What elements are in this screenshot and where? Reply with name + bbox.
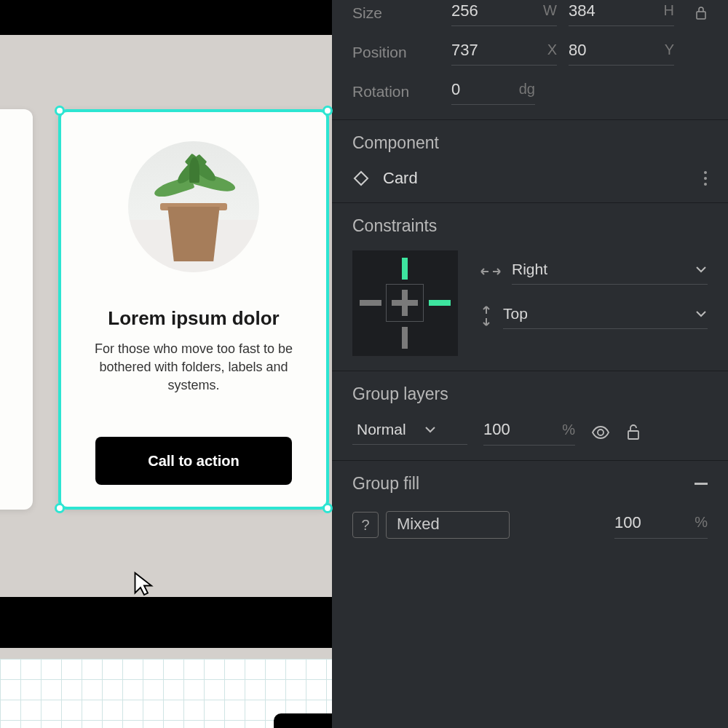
fill-swatch[interactable]: ? xyxy=(352,512,379,538)
height-unit: H xyxy=(664,2,674,19)
chevron-down-icon xyxy=(424,425,437,434)
horizontal-constraint-select[interactable]: Right xyxy=(512,258,708,285)
resize-handle-top-left[interactable] xyxy=(55,106,65,116)
layer-opacity-field[interactable]: 100 % xyxy=(483,419,575,446)
chevron-down-icon xyxy=(695,265,708,274)
resize-handle-bottom-left[interactable] xyxy=(55,503,65,513)
svg-point-2 xyxy=(704,177,707,180)
lock-toggle-icon[interactable] xyxy=(626,424,641,440)
width-field[interactable]: 256 W xyxy=(451,0,557,26)
height-value: 384 xyxy=(569,1,605,20)
x-value: 737 xyxy=(451,41,488,60)
visibility-toggle-icon[interactable] xyxy=(591,426,610,439)
group-fill-title: Group fill xyxy=(352,474,419,494)
cursor-icon xyxy=(133,571,155,597)
x-unit: X xyxy=(547,41,557,58)
constraint-bar-left[interactable] xyxy=(360,300,381,306)
resize-handle-top-right[interactable] xyxy=(323,106,333,116)
width-value: 256 xyxy=(451,1,488,20)
group-layers-section: Group layers Normal 100 % xyxy=(332,371,728,461)
chevron-down-icon xyxy=(695,309,708,318)
x-field[interactable]: 737 X xyxy=(451,39,557,66)
rotation-value: 0 xyxy=(451,80,488,99)
card-title: Lorem ipsum dolor xyxy=(108,307,279,330)
blend-mode-select[interactable]: Normal xyxy=(352,419,467,445)
component-icon xyxy=(352,170,370,187)
svg-point-3 xyxy=(704,183,707,186)
constraint-bar-top[interactable] xyxy=(402,258,408,280)
width-unit: W xyxy=(543,2,557,19)
component-name: Card xyxy=(383,169,418,188)
selected-card-component[interactable]: Lorem ipsum dolor For those who move too… xyxy=(58,109,329,510)
group-layers-title: Group layers xyxy=(352,384,708,404)
properties-panel: Size 256 W 384 H Position 737 X 80 Y xyxy=(332,0,728,728)
vertical-constraint-value: Top xyxy=(503,305,528,323)
rotation-label: Rotation xyxy=(352,83,440,100)
fill-opacity-unit: % xyxy=(695,514,708,531)
fill-value-field[interactable]: Mixed xyxy=(386,511,510,539)
card-cta-button[interactable]: Call to action xyxy=(95,437,292,485)
constraint-bar-right[interactable] xyxy=(429,300,451,306)
canvas-dark-region-top xyxy=(0,0,332,35)
layer-opacity-value: 100 xyxy=(483,420,520,439)
component-link[interactable]: Card xyxy=(352,169,418,188)
size-label: Size xyxy=(352,4,440,22)
layer-opacity-unit: % xyxy=(562,422,575,438)
component-section-title: Component xyxy=(352,133,439,153)
constraint-bar-bottom[interactable] xyxy=(402,327,408,349)
component-section: Component Card xyxy=(332,120,728,203)
canvas-dark-region-bottom xyxy=(0,597,332,648)
constraints-section-title: Constraints xyxy=(352,216,708,236)
vertical-constraint-select[interactable]: Top xyxy=(503,302,708,329)
group-fill-section: Group fill ? Mixed 100 % xyxy=(332,461,728,553)
svg-rect-0 xyxy=(697,12,705,19)
horizontal-constraint-value: Right xyxy=(512,261,547,278)
horizontal-arrows-icon xyxy=(480,265,502,278)
y-field[interactable]: 80 Y xyxy=(569,39,674,66)
fill-opacity-field[interactable]: 100 % xyxy=(614,512,708,539)
blend-mode-value: Normal xyxy=(357,421,406,438)
remove-fill-icon[interactable] xyxy=(695,483,708,486)
height-field[interactable]: 384 H xyxy=(569,0,674,26)
svg-point-4 xyxy=(598,430,604,435)
vertical-arrows-icon xyxy=(480,305,493,327)
svg-point-1 xyxy=(704,171,707,174)
fill-opacity-value: 100 xyxy=(614,513,651,532)
constraint-bar-center-v[interactable] xyxy=(402,290,408,316)
rotation-field[interactable]: 0 dg xyxy=(451,79,535,105)
y-unit: Y xyxy=(665,41,674,58)
constraints-section: Constraints Right xyxy=(332,203,728,371)
constraints-widget[interactable] xyxy=(352,250,458,356)
canvas-grid-region xyxy=(0,659,332,728)
y-value: 80 xyxy=(569,41,605,60)
component-options-icon[interactable] xyxy=(703,170,708,186)
card-description: For those who move too fast to be bother… xyxy=(83,340,304,395)
position-label: Position xyxy=(352,44,440,61)
resize-handle-bottom-right[interactable] xyxy=(323,503,333,513)
adjacent-card-partial[interactable] xyxy=(0,109,33,510)
transform-section: Size 256 W 384 H Position 737 X 80 Y xyxy=(332,0,728,120)
card-image-plant xyxy=(128,141,259,272)
rotation-unit: dg xyxy=(519,81,535,98)
svg-rect-5 xyxy=(628,431,638,439)
design-canvas[interactable]: Lorem ipsum dolor For those who move too… xyxy=(0,0,332,728)
svg-rect-6 xyxy=(695,483,708,485)
lock-aspect-icon[interactable] xyxy=(695,6,708,20)
